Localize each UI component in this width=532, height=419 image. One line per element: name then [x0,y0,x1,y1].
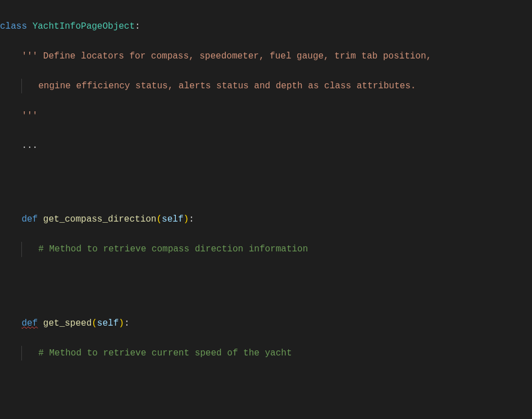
param-self: self [162,214,183,224]
docstring-quote: ''' [21,51,38,61]
punct-lparen: ( [92,318,97,328]
function-name: get_compass_direction [43,214,157,224]
code-editor[interactable]: class YachtInfoPageObject: ''' Define lo… [0,4,532,419]
docstring-quote: ''' [21,111,38,121]
code-line[interactable]: class YachtInfoPageObject: [0,19,532,34]
comment-text: # Method to retrieve compass direction i… [38,244,308,254]
code-line[interactable]: # Method to retrieve current speed of th… [0,346,532,361]
docstring-text: engine efficiency status, alerts status … [38,81,416,91]
ellipsis-literal: ... [21,141,38,151]
function-name: get_speed [43,318,92,328]
punct-lparen: ( [156,214,162,224]
punct-colon: : [124,318,130,328]
code-line[interactable]: ... [0,138,532,153]
code-line[interactable]: def get_compass_direction(self): [0,212,532,227]
code-line[interactable]: # Method to retrieve compass direction i… [0,242,532,256]
blank-line[interactable] [0,376,532,390]
code-line[interactable]: ''' Define locators for compass, speedom… [0,49,532,64]
punct-colon: : [135,21,140,31]
keyword-class: class [0,21,27,31]
code-line[interactable]: engine efficiency status, alerts status … [0,79,532,93]
blank-line[interactable] [0,272,532,286]
docstring-text: Define locators for compass, speedometer… [38,51,431,61]
class-name: YachtInfoPageObject [33,21,135,31]
comment-text: # Method to retrieve current speed of th… [38,348,292,358]
punct-rparen: ) [119,318,124,328]
punct-rparen: ) [183,214,189,224]
keyword-def: def [21,318,38,328]
punct-colon: : [189,214,194,224]
code-line[interactable]: ''' [0,109,532,123]
keyword-def: def [21,214,38,224]
param-self: self [97,318,119,328]
blank-line[interactable] [0,168,532,182]
code-line[interactable]: def get_speed(self): [0,316,532,331]
